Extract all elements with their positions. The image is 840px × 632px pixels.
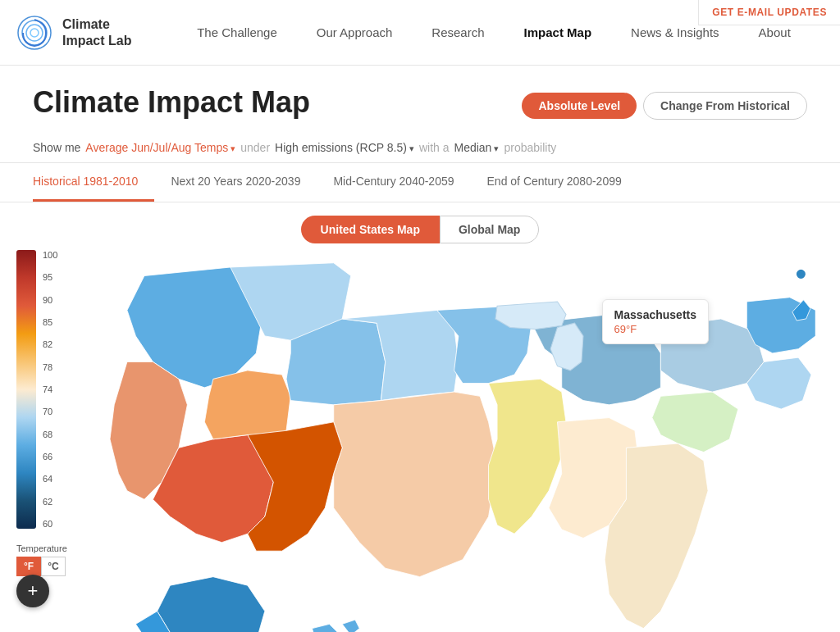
- probability-label: probability: [504, 141, 556, 154]
- emissions-selector[interactable]: High emissions (RCP 8.5): [275, 141, 414, 154]
- legend-unit-label: Temperature: [16, 543, 67, 553]
- email-updates-button[interactable]: GET E-MAIL UPDATES: [698, 0, 840, 25]
- us-map-button[interactable]: United States Map: [301, 216, 440, 243]
- logo[interactable]: Climate Impact Lab: [16, 15, 164, 51]
- change-from-historical-button[interactable]: Change From Historical: [643, 92, 807, 120]
- page-title: Climate Impact Map: [33, 85, 310, 120]
- nav-about[interactable]: About: [739, 25, 810, 39]
- map-toggle-row: United States Map Global Map: [0, 202, 840, 250]
- legend-value-60: 60: [43, 519, 57, 529]
- probability-selector[interactable]: Median: [454, 141, 499, 154]
- logo-icon: [16, 15, 52, 51]
- unit-buttons: °F °C: [16, 557, 67, 576]
- show-me-bar: Show me Average Jun/Jul/Aug Temps under …: [0, 133, 840, 163]
- plus-button[interactable]: +: [16, 575, 49, 607]
- legend-value-85: 85: [43, 317, 57, 327]
- svg-point-3: [30, 29, 39, 37]
- main-nav: The Challenge Our Approach Research Impa…: [164, 25, 824, 39]
- tooltip-value: 69°F: [614, 323, 696, 335]
- tooltip-state: Massachusetts: [614, 308, 696, 321]
- under-label: under: [240, 141, 270, 154]
- legend-value-68: 68: [43, 430, 57, 439]
- nav-our-approach[interactable]: Our Approach: [297, 25, 413, 39]
- show-me-label: Show me: [33, 141, 80, 154]
- legend: 100 95 90 85 82 78 74 70 68 66 64 62 60 …: [16, 250, 67, 632]
- legend-unit-area: Temperature °F °C: [16, 537, 67, 576]
- tab-end-century[interactable]: End of Century 2080-2099: [471, 163, 638, 202]
- global-map-button[interactable]: Global Map: [440, 216, 539, 243]
- page-header-row: Climate Impact Map Absolute Level Change…: [0, 66, 840, 133]
- celsius-button[interactable]: °C: [41, 557, 66, 576]
- map-container: 100 95 90 85 82 78 74 70 68 66 64 62 60 …: [0, 250, 840, 632]
- legend-color-bar: [16, 250, 36, 529]
- legend-value-78: 78: [43, 362, 57, 372]
- nav-the-challenge[interactable]: The Challenge: [177, 25, 297, 39]
- nav-research[interactable]: Research: [412, 25, 504, 39]
- legend-value-66: 66: [43, 452, 57, 461]
- with-label: with a: [419, 141, 450, 154]
- legend-value-70: 70: [43, 407, 57, 416]
- time-tabs: Historical 1981-2010 Next 20 Years 2020-…: [0, 163, 840, 202]
- tab-historical[interactable]: Historical 1981-2010: [33, 163, 154, 202]
- svg-point-5: [796, 269, 806, 280]
- map-svg-area: Massachusetts 69°F: [67, 250, 824, 632]
- nav-impact-map[interactable]: Impact Map: [504, 25, 612, 39]
- metric-selector[interactable]: Average Jun/Jul/Aug Temps: [85, 141, 235, 154]
- legend-value-90: 90: [43, 295, 57, 305]
- site-header: Climate Impact Lab The Challenge Our App…: [0, 0, 840, 66]
- legend-value-100: 100: [43, 250, 57, 260]
- fahrenheit-button[interactable]: °F: [16, 557, 41, 576]
- absolute-level-button[interactable]: Absolute Level: [522, 93, 637, 119]
- legend-value-82: 82: [43, 339, 57, 349]
- legend-value-62: 62: [43, 497, 57, 507]
- tab-next-20[interactable]: Next 20 Years 2020-2039: [154, 163, 317, 202]
- view-toggle: Absolute Level Change From Historical: [522, 92, 807, 120]
- legend-value-74: 74: [43, 384, 57, 394]
- nav-news-insights[interactable]: News & Insights: [611, 25, 739, 39]
- logo-text: Climate Impact Lab: [62, 16, 131, 48]
- map-tooltip: Massachusetts 69°F: [602, 299, 709, 344]
- tab-mid-century[interactable]: Mid-Century 2040-2059: [317, 163, 470, 202]
- svg-point-2: [26, 25, 43, 41]
- legend-value-64: 64: [43, 474, 57, 484]
- legend-value-95: 95: [43, 272, 57, 282]
